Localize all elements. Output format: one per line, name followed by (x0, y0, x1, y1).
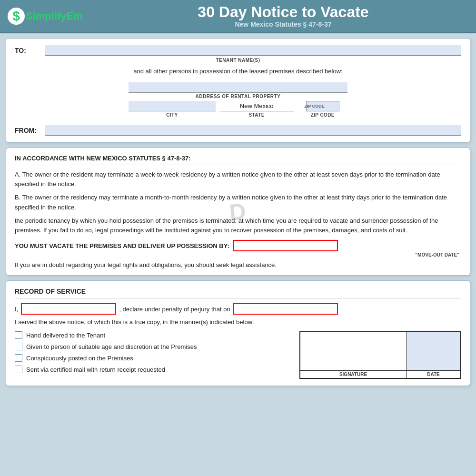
city-block: CITY (129, 101, 216, 118)
ros-line1: I, , declare under penalty of perjury th… (15, 303, 461, 315)
to-label: TO: (15, 47, 41, 54)
state-value: New Mexico (219, 101, 294, 111)
legal-note: If you are in doubt regarding your legal… (15, 261, 461, 268)
sig-footer: SIGNATURE DATE (300, 370, 460, 378)
state-block: New Mexico STATE (216, 101, 298, 118)
paragraph-b: B. The owner or the residency may termin… (15, 193, 461, 212)
sig-date-field[interactable] (407, 332, 460, 370)
checkbox-certified-mail[interactable] (15, 366, 22, 373)
statute-card: IN ACCORDANCE WITH NEW MEXICO STATUTES §… (6, 148, 470, 276)
sig-content (300, 332, 460, 370)
ros-name-input[interactable] (21, 303, 116, 315)
ros-line2: I served the above notice, of which this… (15, 318, 461, 326)
address-sublabel: ADDRESS OF RENTAL PROPERTY (196, 94, 281, 99)
move-out-row: YOU MUST VACATE THE PREMISES AND DELIVER… (15, 240, 461, 251)
zip-input[interactable] (306, 101, 339, 111)
tenant-name-input[interactable] (45, 45, 461, 56)
ros-checkboxes: Hand delivered to the Tenant Given to pe… (15, 331, 292, 379)
move-out-date-input[interactable] (233, 240, 338, 251)
notice-text: the periodic tenancy by which you hold p… (15, 216, 461, 235)
signature-field[interactable] (300, 332, 407, 370)
checkbox-row-4: Sent via certified mail with return rece… (15, 366, 292, 373)
checkbox-row-2: Given to person of suitable age and disc… (15, 343, 292, 350)
move-out-sublabel: "MOVE-OUT DATE" (15, 252, 459, 258)
address-section: ADDRESS OF RENTAL PROPERTY CITY New Mexi… (15, 82, 461, 118)
from-label: FROM: (15, 127, 41, 134)
page-title: 30 Day Notice to Vacate (98, 4, 468, 20)
ros-title: RECORD OF SERVICE (15, 288, 461, 298)
checkbox-suitable-age[interactable] (15, 343, 22, 350)
paragraph-a: A. The owner or the resident may termina… (15, 170, 461, 189)
rental-address-input[interactable] (129, 82, 347, 93)
page-subtitle: New Mexico Statutes § 47-8-37 (98, 20, 468, 28)
checkbox-label-1: Hand delivered to the Tenant (26, 332, 105, 339)
state-sublabel: STATE (249, 112, 265, 118)
address-description: and all other persons in possession of t… (15, 68, 461, 75)
logo-dollar-icon: $ (8, 8, 25, 25)
sig-footer-date-label: DATE (407, 371, 460, 378)
checkbox-row-1: Hand delivered to the Tenant (15, 331, 292, 339)
ros-body: Hand delivered to the Tenant Given to pe… (15, 331, 461, 379)
zip-block: ZIP CODE ZIP CODE (298, 101, 347, 118)
record-of-service-card: RECORD OF SERVICE I, , declare under pen… (6, 280, 470, 386)
statute-title: IN ACCORDANCE WITH NEW MEXICO STATUTES §… (15, 155, 461, 165)
checkbox-posted[interactable] (15, 354, 22, 362)
to-from-section: TO: TENANT NAME(S) and all other persons… (15, 45, 461, 136)
checkbox-label-3: Conspicuously posted on the Premises (26, 355, 133, 362)
from-row: FROM: (15, 125, 461, 136)
logo-highlight: S (26, 10, 33, 22)
ros-prefix: I, (15, 306, 18, 313)
ros-middle: , declare under penalty of perjury that … (119, 306, 230, 313)
checkbox-row-3: Conspicuously posted on the Premises (15, 354, 292, 362)
page-header: $ SimplifyEm 30 Day Notice to Vacate New… (0, 0, 476, 33)
checkbox-label-4: Sent via certified mail with return rece… (26, 366, 165, 373)
logo-area: $ SimplifyEm (8, 8, 98, 25)
ros-service-date-input[interactable] (233, 303, 338, 315)
sig-footer-signature-label: SIGNATURE (300, 371, 407, 378)
logo-text: SimplifyEm (26, 10, 83, 22)
checkbox-label-2: Given to person of suitable age and disc… (26, 343, 197, 350)
city-input[interactable] (129, 101, 216, 111)
zip-sublabel: ZIP CODE (311, 112, 335, 118)
from-input[interactable] (45, 125, 461, 136)
ros-signature-area: SIGNATURE DATE (299, 331, 461, 379)
city-state-zip-row: CITY New Mexico STATE ZIP CODE ZIP CODE (129, 101, 347, 118)
header-title-area: 30 Day Notice to Vacate New Mexico Statu… (98, 4, 468, 28)
to-from-card: TO: TENANT NAME(S) and all other persons… (6, 38, 470, 143)
checkbox-hand-delivered[interactable] (15, 331, 22, 339)
main-content: TO: TENANT NAME(S) and all other persons… (0, 33, 476, 391)
tenant-sublabel: TENANT NAME(S) (15, 58, 461, 63)
city-sublabel: CITY (166, 112, 178, 118)
to-row: TO: (15, 45, 461, 56)
signature-box: SIGNATURE DATE (299, 331, 461, 379)
vacate-label: YOU MUST VACATE THE PREMISES AND DELIVER… (15, 242, 229, 249)
